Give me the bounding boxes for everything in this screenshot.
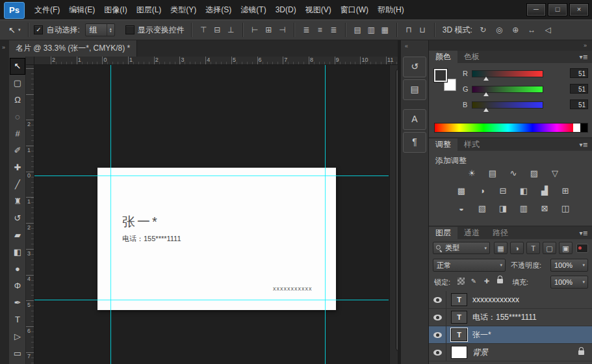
- align-icon[interactable]: ⊓: [402, 23, 416, 36]
- blur-tool[interactable]: ●: [10, 261, 25, 278]
- mode-3d-icon[interactable]: ↻: [476, 23, 490, 36]
- panel-tab[interactable]: 调整: [429, 138, 457, 151]
- rectangular-marquee-tool[interactable]: ▢: [10, 75, 25, 92]
- adjustment-icon[interactable]: ▟: [537, 185, 552, 198]
- panel-tab[interactable]: 路径: [486, 227, 515, 239]
- layer-row[interactable]: 背景: [429, 344, 592, 361]
- layer-filter-icon[interactable]: ◑: [510, 242, 524, 254]
- layer-thumbnail[interactable]: [451, 346, 467, 359]
- menu-item[interactable]: 图层(L): [132, 3, 166, 18]
- black-swatch[interactable]: [580, 124, 587, 132]
- history-panel-icon[interactable]: ↺: [403, 57, 426, 77]
- minimize-button[interactable]: ─: [526, 3, 546, 16]
- vertical-scrollbar[interactable]: [389, 65, 398, 364]
- visibility-toggle[interactable]: [429, 344, 446, 361]
- expand-chevron-icon[interactable]: »: [2, 44, 5, 51]
- align-icon[interactable]: ▥: [365, 23, 378, 36]
- tool-preset-dropdown[interactable]: ↖ ▾: [5, 24, 23, 36]
- channel-value[interactable]: 51: [570, 84, 588, 94]
- menu-item[interactable]: 3D(D): [271, 3, 301, 16]
- layer-name[interactable]: 电话：155****1111: [472, 312, 537, 323]
- guide-vertical-left[interactable]: [110, 65, 111, 364]
- align-icon[interactable]: ▦: [378, 23, 392, 36]
- guide-horizontal-bottom[interactable]: [34, 300, 389, 300]
- slider-thumb[interactable]: [483, 92, 489, 96]
- panel-tab[interactable]: 样式: [457, 138, 486, 151]
- lock-transparent-pixels-icon[interactable]: [455, 276, 467, 287]
- slider-thumb[interactable]: [483, 77, 489, 81]
- adjustment-icon[interactable]: ▤: [485, 167, 500, 180]
- filter-toggle-switch[interactable]: [576, 244, 588, 253]
- menu-item[interactable]: 滤镜(T): [236, 3, 270, 18]
- layer-thumbnail[interactable]: T: [451, 311, 467, 324]
- adjustment-icon[interactable]: ◨: [495, 202, 511, 215]
- visibility-toggle[interactable]: [429, 291, 446, 308]
- align-icon[interactable]: ⊢: [248, 23, 262, 36]
- ruler-corner[interactable]: [26, 57, 34, 65]
- align-icon[interactable]: ⊔: [416, 23, 430, 36]
- visibility-toggle[interactable]: [429, 309, 446, 326]
- collapse-dock-chevron-icon[interactable]: »: [584, 42, 587, 49]
- menu-item[interactable]: 类型(Y): [166, 3, 201, 18]
- eyedropper-tool[interactable]: ✐: [10, 142, 25, 159]
- menu-item[interactable]: 帮助(H): [373, 3, 409, 18]
- mode-3d-icon[interactable]: ◁: [541, 23, 555, 36]
- foreground-background-chips[interactable]: [434, 69, 460, 95]
- fill-dropdown[interactable]: 100% ▾: [550, 276, 588, 289]
- slider-track[interactable]: [472, 70, 543, 77]
- menu-item[interactable]: 选择(S): [201, 3, 236, 18]
- adjustment-icon[interactable]: ⊟: [495, 185, 511, 198]
- layer-name[interactable]: 张一*: [472, 330, 491, 341]
- quick-selection-tool[interactable]: ◌: [10, 109, 25, 125]
- align-icon[interactable]: ≣: [327, 23, 341, 36]
- properties-panel-icon[interactable]: ▤: [403, 79, 426, 100]
- maximize-button[interactable]: □: [548, 3, 567, 16]
- align-icon[interactable]: ⊥: [224, 23, 238, 36]
- adjustment-icon[interactable]: ▩: [454, 185, 469, 198]
- scrollbar-thumb[interactable]: [396, 69, 398, 351]
- layer-name[interactable]: xxxxxxxxxxxx: [472, 295, 519, 304]
- auto-select-checkbox[interactable]: ✓: [34, 25, 43, 34]
- align-icon[interactable]: ≣: [300, 23, 313, 36]
- panel-tab[interactable]: 图层: [429, 227, 457, 239]
- path-selection-tool[interactable]: ▷: [10, 328, 25, 345]
- adjustment-icon[interactable]: ▧: [474, 202, 490, 215]
- layer-filter-icon[interactable]: ▦: [494, 242, 508, 254]
- align-icon[interactable]: ≡: [313, 23, 327, 36]
- visibility-toggle[interactable]: [429, 326, 446, 343]
- guide-vertical-right[interactable]: [325, 65, 326, 364]
- opacity-dropdown[interactable]: 100% ▾: [550, 259, 588, 272]
- layer-row[interactable]: T xxxxxxxxxxxx: [429, 291, 592, 309]
- layer-row[interactable]: T 电话：155****1111: [429, 309, 592, 326]
- layer-row[interactable]: T 张一*: [429, 326, 592, 344]
- mode-3d-icon[interactable]: ⊕: [509, 23, 522, 36]
- layer-name[interactable]: 背景: [472, 347, 488, 358]
- color-spectrum-bar[interactable]: [434, 123, 588, 133]
- paragraph-panel-icon[interactable]: ¶: [403, 132, 426, 153]
- menu-item[interactable]: 视图(V): [301, 3, 336, 18]
- auto-select-target-dropdown[interactable]: 组 ▲ ▼: [85, 23, 115, 36]
- brush-tool[interactable]: ╱: [10, 176, 25, 193]
- white-swatch[interactable]: [573, 124, 580, 132]
- align-icon[interactable]: ▤: [351, 23, 365, 36]
- clone-stamp-tool[interactable]: ♜: [10, 193, 25, 210]
- adjustment-icon[interactable]: ◑: [474, 185, 490, 198]
- character-panel-icon[interactable]: A: [403, 109, 426, 130]
- crop-tool[interactable]: #: [10, 125, 25, 142]
- align-icon[interactable]: ⊟: [211, 23, 224, 36]
- foreground-color-chip[interactable]: [434, 69, 447, 82]
- slider-track[interactable]: [472, 101, 543, 109]
- layer-filter-type-dropdown[interactable]: 类型 ▾: [433, 242, 490, 254]
- channel-value[interactable]: 51: [570, 99, 588, 109]
- adjustment-icon[interactable]: ▥: [516, 202, 532, 215]
- adjustment-icon[interactable]: ⊞: [558, 185, 573, 198]
- adjustment-icon[interactable]: ▽: [547, 167, 563, 180]
- panel-menu-icon[interactable]: ▾≣: [580, 53, 588, 60]
- collapse-chevron-icon[interactable]: «: [405, 43, 408, 49]
- layer-thumbnail[interactable]: T: [451, 293, 467, 306]
- panel-tab[interactable]: 颜色: [429, 51, 457, 63]
- mode-3d-icon[interactable]: ◎: [493, 23, 506, 36]
- panel-menu-icon[interactable]: ▾≣: [580, 141, 588, 148]
- adjustment-icon[interactable]: ◒: [454, 202, 469, 215]
- menu-item[interactable]: 文件(F): [30, 3, 64, 18]
